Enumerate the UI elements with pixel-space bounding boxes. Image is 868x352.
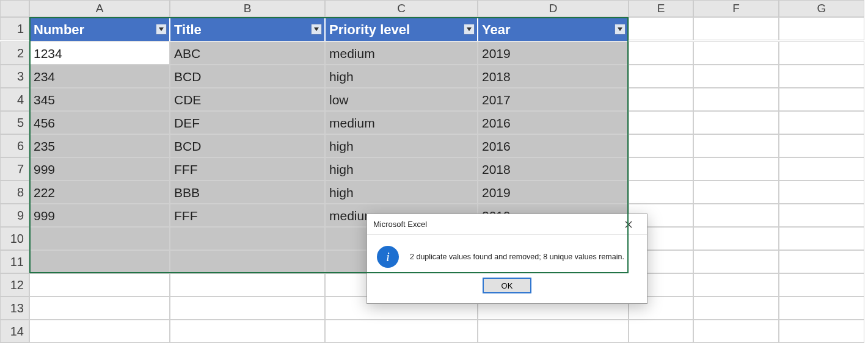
- cell[interactable]: high: [325, 157, 478, 181]
- cell[interactable]: [779, 41, 864, 65]
- cell[interactable]: [629, 88, 693, 111]
- cell[interactable]: 999: [29, 157, 170, 181]
- row-header[interactable]: 13: [0, 296, 29, 320]
- row-header[interactable]: 11: [0, 250, 29, 273]
- column-header[interactable]: C: [325, 0, 478, 17]
- cell[interactable]: [779, 250, 864, 273]
- row-header[interactable]: 5: [0, 111, 29, 134]
- cell[interactable]: [170, 250, 325, 273]
- row-header[interactable]: 6: [0, 134, 29, 157]
- table-header-cell[interactable]: Number: [29, 17, 170, 41]
- cell[interactable]: 2016: [478, 111, 629, 134]
- cell[interactable]: [629, 17, 693, 40]
- filter-dropdown-icon[interactable]: [311, 24, 322, 35]
- cell[interactable]: [29, 320, 170, 343]
- column-header[interactable]: F: [693, 0, 779, 17]
- cell[interactable]: BBB: [170, 181, 325, 204]
- cell[interactable]: high: [325, 134, 478, 157]
- cell[interactable]: [693, 204, 779, 227]
- cell[interactable]: [629, 157, 693, 181]
- cell[interactable]: [693, 250, 779, 273]
- cell[interactable]: [629, 181, 693, 204]
- table-header-cell[interactable]: Year: [478, 17, 629, 41]
- cell[interactable]: [779, 17, 864, 40]
- cell[interactable]: 235: [29, 134, 170, 157]
- row-header[interactable]: 3: [0, 65, 29, 88]
- cell[interactable]: [779, 204, 864, 227]
- row-header[interactable]: 2: [0, 41, 29, 65]
- row-header[interactable]: 9: [0, 204, 29, 227]
- cell[interactable]: [29, 296, 170, 320]
- cell[interactable]: [29, 227, 170, 250]
- cell[interactable]: medium: [325, 41, 478, 65]
- cell[interactable]: [170, 320, 325, 343]
- cell[interactable]: [629, 111, 693, 134]
- filter-dropdown-icon[interactable]: [615, 24, 625, 35]
- cell[interactable]: [779, 134, 864, 157]
- cell[interactable]: 2017: [478, 88, 629, 111]
- table-header-cell[interactable]: Priority level: [325, 17, 478, 41]
- filter-dropdown-icon[interactable]: [464, 24, 475, 35]
- cell[interactable]: [779, 273, 864, 296]
- cell[interactable]: [779, 320, 864, 343]
- column-header[interactable]: D: [478, 0, 629, 17]
- cell[interactable]: [29, 273, 170, 296]
- cell[interactable]: 2019: [478, 41, 629, 65]
- cell[interactable]: FFF: [170, 157, 325, 181]
- cell[interactable]: [779, 157, 864, 181]
- cell[interactable]: [693, 65, 779, 88]
- column-header[interactable]: B: [170, 0, 325, 17]
- cell[interactable]: [629, 320, 693, 343]
- cell[interactable]: 999: [29, 204, 170, 227]
- cell[interactable]: [693, 111, 779, 134]
- cell[interactable]: [693, 134, 779, 157]
- table-header-cell[interactable]: Title: [170, 17, 325, 41]
- cell[interactable]: [779, 181, 864, 204]
- row-header[interactable]: 1: [0, 17, 29, 40]
- cell[interactable]: DEF: [170, 111, 325, 134]
- cell[interactable]: 2019: [478, 181, 629, 204]
- cell[interactable]: 234: [29, 65, 170, 88]
- row-header[interactable]: 10: [0, 227, 29, 250]
- cell[interactable]: [693, 296, 779, 320]
- cell[interactable]: 1234: [29, 41, 170, 65]
- cell[interactable]: [779, 65, 864, 88]
- cell[interactable]: [693, 17, 779, 40]
- cell[interactable]: [170, 296, 325, 320]
- cell[interactable]: [693, 41, 779, 65]
- cell[interactable]: ABC: [170, 41, 325, 65]
- column-header[interactable]: A: [29, 0, 170, 17]
- row-header[interactable]: 14: [0, 320, 29, 343]
- cell[interactable]: [170, 273, 325, 296]
- cell[interactable]: [629, 134, 693, 157]
- filter-dropdown-icon[interactable]: [156, 24, 167, 35]
- cell[interactable]: BCD: [170, 134, 325, 157]
- cell[interactable]: 2018: [478, 65, 629, 88]
- column-header[interactable]: G: [779, 0, 864, 17]
- cell[interactable]: BCD: [170, 65, 325, 88]
- cell[interactable]: medium: [325, 111, 478, 134]
- row-header[interactable]: 4: [0, 88, 29, 111]
- row-header[interactable]: 12: [0, 273, 29, 296]
- cell[interactable]: 2016: [478, 134, 629, 157]
- cell[interactable]: low: [325, 88, 478, 111]
- cell[interactable]: 2018: [478, 157, 629, 181]
- ok-button[interactable]: OK: [483, 278, 531, 293]
- cell[interactable]: [779, 88, 864, 111]
- column-header[interactable]: E: [629, 0, 693, 17]
- cell[interactable]: [693, 88, 779, 111]
- cell[interactable]: CDE: [170, 88, 325, 111]
- cell[interactable]: [478, 320, 629, 343]
- cell[interactable]: 456: [29, 111, 170, 134]
- cell[interactable]: [693, 157, 779, 181]
- cell[interactable]: [629, 65, 693, 88]
- cell[interactable]: [779, 227, 864, 250]
- cell[interactable]: [693, 227, 779, 250]
- cell[interactable]: high: [325, 65, 478, 88]
- cell[interactable]: [693, 320, 779, 343]
- cell[interactable]: [693, 273, 779, 296]
- cell[interactable]: [29, 250, 170, 273]
- cell[interactable]: [693, 181, 779, 204]
- select-all-corner[interactable]: [0, 0, 29, 17]
- cell[interactable]: [170, 227, 325, 250]
